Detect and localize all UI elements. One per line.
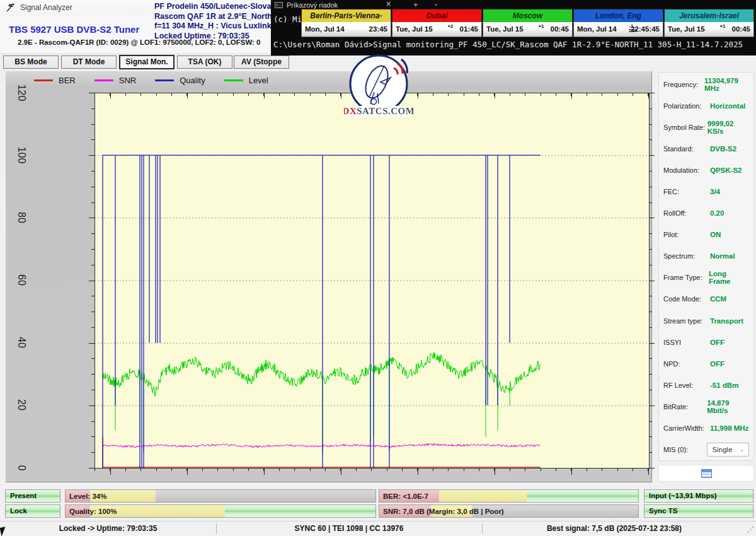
tab-bs-mode[interactable]: BS Mode bbox=[3, 55, 59, 69]
status-best-signal: Best signal: 7,5 dB (2025-07-12 23:58) bbox=[482, 524, 747, 533]
clock-time: 00:45 bbox=[732, 25, 750, 33]
present-indicator: Present bbox=[5, 489, 60, 503]
clock-city: London, Eng bbox=[573, 9, 663, 22]
console-command-line: C:\Users\Roman Dávid>Signal monitoring_P… bbox=[273, 40, 743, 49]
y-tick-label: 60 bbox=[14, 269, 29, 291]
param-row: FEC:3/4 bbox=[663, 185, 749, 199]
clock-city: Dubai bbox=[392, 9, 482, 22]
clock-jerusalem: Jerusalem-Israel Tue, Jul 15 +1 00:45 bbox=[664, 9, 754, 37]
command-prompt-window: >_ Príkazový riadok ✕ + ⌄ (c) Mi Berlin-… bbox=[271, 0, 756, 55]
param-row: Frame Type:Long Frame bbox=[663, 271, 749, 284]
param-row: Frequency:11304,979 MHz bbox=[663, 78, 749, 91]
clock-date: Mon, Jul 14 bbox=[577, 25, 617, 33]
quality-bar: Quality: 100% bbox=[65, 504, 376, 518]
clock-city: Moscow bbox=[483, 9, 573, 22]
sync-ts-indicator: Sync TS bbox=[644, 504, 753, 518]
snr-bar-text: SNR: 7,0 dB (Margin: 3,0 dB | Poor) bbox=[383, 506, 504, 517]
y-tick-label: 120 bbox=[14, 81, 29, 104]
param-value: QPSK-S2 bbox=[710, 166, 742, 174]
param-row: NPD:OFF bbox=[663, 357, 749, 371]
tab-signal-mon[interactable]: Signal Mon. bbox=[119, 55, 175, 69]
clock-utc-offset: +2 bbox=[447, 23, 453, 29]
param-row: Spectrum:Normal bbox=[663, 249, 749, 263]
signal-analyzer-window: Signal Analyzer TBS 5927 USB DVB-S2 Tune… bbox=[0, 0, 756, 536]
y-tick-label: 20 bbox=[14, 393, 29, 416]
param-value: 0.20 bbox=[710, 209, 724, 217]
mis-dropdown[interactable]: Single ⌄ bbox=[707, 443, 749, 457]
clock-date: Tue, Jul 15 bbox=[486, 25, 524, 33]
chevron-down-icon: ⌄ bbox=[740, 443, 745, 456]
quality-bar-text: Quality: 100% bbox=[69, 506, 117, 517]
close-icon[interactable]: ✕ bbox=[386, 0, 391, 8]
table-icon bbox=[701, 469, 712, 478]
param-value: DVB-S2 bbox=[710, 145, 736, 153]
param-value: OFF bbox=[710, 360, 724, 368]
param-value: 3/4 bbox=[710, 188, 720, 195]
clock-time-row: Tue, Jul 15 +1 00:45 bbox=[664, 22, 754, 37]
param-value: -51 dBm bbox=[710, 382, 738, 389]
y-tick-label: 100 bbox=[14, 144, 29, 166]
param-value: Transport bbox=[710, 317, 743, 325]
param-row: Code Mode:CCM bbox=[663, 292, 749, 306]
tab-dt-mode[interactable]: DT Mode bbox=[61, 55, 117, 69]
param-value: CCM bbox=[710, 295, 726, 303]
console-tab[interactable]: >_ Príkazový riadok bbox=[275, 1, 338, 9]
y-tick-label: 0 bbox=[14, 457, 29, 479]
status-uptime: Locked -> Uptime: 79:03:35 bbox=[0, 524, 216, 533]
clock-utc-offset: +1 bbox=[538, 23, 544, 29]
chevron-down-icon[interactable]: ⌄ bbox=[433, 0, 438, 7]
param-value: OFF bbox=[710, 339, 724, 346]
tuner-title: TBS 5927 USB DVB-S2 Tuner bbox=[9, 24, 139, 35]
param-value: Horizontal bbox=[710, 102, 745, 110]
quality-bar-fill-green bbox=[225, 505, 375, 517]
snr-bar: SNR: 7,0 dB (Margin: 3,0 dB | Poor) bbox=[379, 504, 639, 518]
clock-berlin: Berlin-Paris-Vienna-Roma Mon, Jul 14 23:… bbox=[301, 9, 391, 37]
clock-utc-offset: +1 bbox=[719, 23, 725, 29]
clock-time: 00:45 bbox=[551, 25, 569, 33]
console-tab-title: Príkazový riadok bbox=[287, 1, 338, 9]
site-line: Locked Uptime : 79:03:35 bbox=[154, 32, 282, 42]
y-tick-label: 40 bbox=[14, 331, 29, 354]
param-row: Polarization:Horizontal bbox=[663, 99, 749, 113]
resize-grip-icon[interactable]: ⋰ bbox=[747, 525, 755, 533]
site-info: PF Prodelin 450/Lučenec-Slovakia Rascom … bbox=[154, 2, 282, 41]
signal-chart-canvas bbox=[87, 84, 657, 480]
ber-bar-fill-green bbox=[527, 490, 638, 502]
tab-av[interactable]: AV (Stoppe bbox=[234, 55, 289, 69]
clock-london: London, Eng Mon, Jul 14 -1DST 22:45:45 bbox=[573, 9, 663, 37]
clock-date: Tue, Jul 15 bbox=[668, 25, 705, 33]
new-tab-icon[interactable]: + bbox=[413, 0, 418, 9]
param-row: Modulation:QPSK-S2 bbox=[663, 163, 749, 177]
quality-line-swatch bbox=[155, 79, 174, 81]
console-copyright: (c) Mi bbox=[273, 15, 302, 24]
lock-indicator: Lock bbox=[5, 504, 60, 518]
clock-moscow: Moscow Tue, Jul 15 +1 00:45 bbox=[483, 9, 573, 37]
ber-line-swatch bbox=[34, 79, 53, 81]
tab-tsa[interactable]: TSA (OK) bbox=[177, 55, 232, 69]
param-row: ISSYIOFF bbox=[663, 335, 749, 349]
param-value: 11,998 MHz bbox=[710, 424, 748, 432]
param-value: 14,879 Mbit/s bbox=[707, 399, 749, 414]
level-bar: Level: 34% bbox=[65, 489, 376, 503]
ts-panel-button[interactable] bbox=[658, 465, 754, 482]
site-line: f=11 304 MHz_H : Vicus Luxlink bbox=[154, 21, 282, 32]
site-line: PF Prodelin 450/Lučenec-Slovakia bbox=[154, 2, 282, 12]
ber-bar: BER: <1.0E-7 bbox=[379, 489, 639, 503]
param-row: CarrierWidth:11,998 MHz bbox=[663, 421, 749, 435]
ber-bar-text: BER: <1.0E-7 bbox=[383, 491, 428, 502]
snr-line-swatch bbox=[94, 79, 113, 81]
param-value: Long Frame bbox=[709, 270, 749, 285]
param-value: 11304,979 MHz bbox=[704, 77, 749, 92]
clock-city: Jerusalem-Israel bbox=[664, 9, 754, 22]
clock-dubai: Dubai Tue, Jul 15 +2 01:45 bbox=[392, 9, 482, 37]
param-value: Normal bbox=[710, 252, 735, 260]
world-clocks: Berlin-Paris-Vienna-Roma Mon, Jul 14 23:… bbox=[301, 9, 754, 37]
clock-date: Tue, Jul 15 bbox=[396, 25, 433, 33]
level-line-swatch bbox=[224, 79, 243, 81]
mis-label: MIS (0): bbox=[663, 446, 707, 453]
ber-bar-fill-yellow bbox=[439, 490, 527, 502]
param-value: ON bbox=[710, 231, 721, 238]
legend-label: BER bbox=[59, 76, 76, 85]
status-bar: Locked -> Uptime: 79:03:35 SYNC 60 | TEI… bbox=[0, 521, 756, 536]
param-row: Pilot:ON bbox=[663, 228, 749, 242]
